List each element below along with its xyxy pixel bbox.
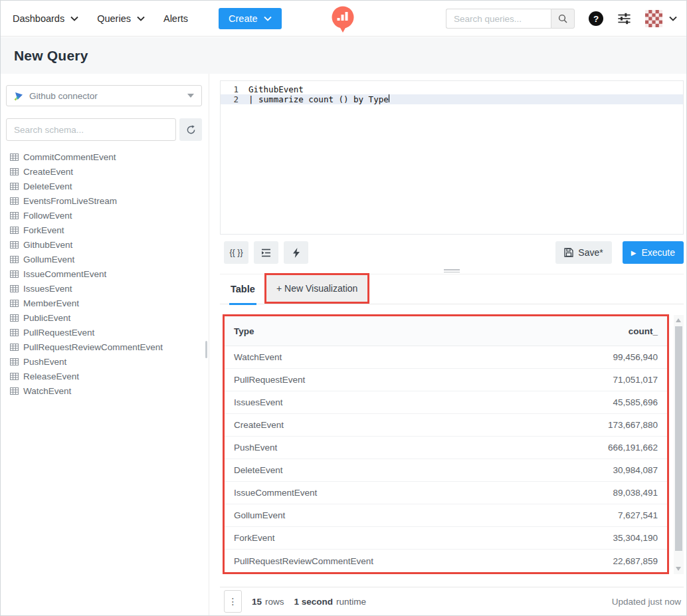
search-schema-input[interactable]: [6, 118, 176, 141]
table-grid-icon: [10, 285, 19, 292]
profile-menu[interactable]: [645, 10, 677, 27]
nav-right-group: ?: [446, 1, 677, 37]
execute-button[interactable]: ▶ Execute: [623, 241, 684, 264]
schema-table-item[interactable]: PullRequestReviewCommentEvent: [1, 340, 209, 354]
table-row: GollumEvent 7,627,541: [225, 504, 667, 527]
schema-browser: Github connector: [1, 74, 209, 615]
refresh-icon: [186, 125, 196, 135]
new-visualization-button[interactable]: + New Visualization: [264, 273, 369, 304]
chevron-down-icon: [70, 16, 78, 21]
search-button[interactable]: [551, 9, 575, 29]
schema-table-item[interactable]: PublicEvent: [1, 310, 209, 325]
schema-table-item[interactable]: IssueCommentEvent: [1, 266, 209, 281]
create-button[interactable]: Create: [219, 8, 282, 29]
schema-table-item[interactable]: FollowEvent: [1, 208, 209, 223]
table-grid-icon: [10, 387, 19, 395]
schema-table-item[interactable]: CreateEvent: [1, 164, 209, 179]
schema-table-name: DeleteEvent: [23, 181, 72, 191]
redash-app-window: Dashboards Queries Alerts Create: [0, 0, 687, 616]
nav-menu: Dashboards Queries Alerts Create: [1, 8, 282, 29]
schema-table-item[interactable]: PushEvent: [1, 354, 209, 369]
query-editor[interactable]: 1 GithubEvent 2 | summarize count () by …: [220, 80, 684, 235]
settings-sliders-icon[interactable]: [617, 12, 631, 25]
avatar: [645, 10, 662, 27]
cell-type: IssueCommentEvent: [234, 488, 317, 498]
schema-table-item[interactable]: IssuesEvent: [1, 281, 209, 296]
runtime: 1 secondruntime: [294, 597, 367, 607]
scroll-down-arrow-icon[interactable]: [676, 567, 681, 571]
schema-table-item[interactable]: CommitCommentEvent: [1, 150, 209, 164]
schema-table-item[interactable]: GollumEvent: [1, 252, 209, 266]
schema-table-item[interactable]: DeleteEvent: [1, 179, 209, 193]
pane-divider: [209, 74, 209, 615]
nav-dashboards-label: Dashboards: [13, 13, 64, 24]
create-button-label: Create: [229, 13, 258, 24]
format-query-icon: [261, 249, 271, 257]
results-footer: ⋮ 15rows 1 secondruntime Updated just no…: [220, 587, 684, 615]
nav-queries[interactable]: Queries: [97, 13, 145, 24]
add-parameter-button[interactable]: {{ }}: [224, 241, 248, 264]
nav-alerts[interactable]: Alerts: [163, 13, 188, 24]
schema-table-name: PullRequestEvent: [23, 328, 94, 338]
table-grid-icon: [10, 197, 19, 205]
schema-table-item[interactable]: ForkEvent: [1, 223, 209, 237]
text-cursor: [389, 94, 390, 102]
nav-dashboards[interactable]: Dashboards: [13, 13, 78, 24]
schema-table-name: PushEvent: [23, 357, 66, 367]
refresh-schema-button[interactable]: [179, 118, 202, 141]
column-header-count[interactable]: count_: [629, 326, 658, 336]
table-row: IssuesEvent 45,585,696: [225, 391, 667, 414]
schema-table-name: GollumEvent: [23, 255, 74, 264]
schema-table-item[interactable]: MemberEvent: [1, 296, 209, 310]
format-query-button[interactable]: [254, 241, 278, 264]
scroll-up-arrow-icon[interactable]: [676, 318, 681, 322]
cell-count: 666,191,662: [608, 443, 658, 453]
save-floppy-icon: [564, 248, 573, 257]
save-button[interactable]: Save*: [555, 241, 611, 264]
code-text: | summarize count () by Type: [248, 94, 389, 104]
column-header-type[interactable]: Type: [234, 326, 254, 336]
pane-resize-handle[interactable]: [444, 268, 460, 274]
table-row: PullRequestReviewCommentEvent 22,687,859: [225, 550, 667, 572]
tab-table[interactable]: Table: [229, 274, 256, 305]
editor-line-active: 2 | summarize count () by Type: [221, 94, 683, 104]
cell-type: PullRequestEvent: [234, 375, 305, 385]
schema-table-name: WatchEvent: [23, 386, 71, 396]
schema-table-name: IssuesEvent: [23, 284, 72, 294]
table-row: PushEvent 666,191,662: [225, 437, 667, 459]
results-menu-button[interactable]: ⋮: [224, 590, 242, 613]
scrollbar-thumb[interactable]: [675, 326, 682, 551]
help-icon[interactable]: ?: [589, 11, 603, 26]
redash-logo[interactable]: [331, 6, 355, 33]
data-source-select[interactable]: Github connector: [6, 85, 202, 106]
cell-count: 7,627,541: [618, 510, 658, 520]
schema-table-item[interactable]: WatchEvent: [1, 383, 209, 398]
table-grid-icon: [10, 241, 19, 249]
table-grid-icon: [10, 154, 19, 161]
new-visualization-label: + New Visualization: [276, 283, 357, 294]
queries-search: [446, 9, 575, 29]
schema-table-item[interactable]: GithubEvent: [1, 237, 209, 252]
schema-table-item[interactable]: ReleaseEvent: [1, 369, 209, 383]
cell-count: 45,585,696: [613, 397, 658, 407]
search-queries-input[interactable]: [446, 9, 551, 29]
schema-table-item[interactable]: EventsFromLiveStream: [1, 193, 209, 208]
pane-divider-handle[interactable]: [205, 341, 207, 358]
schema-table-list: CommitCommentEvent CreateEvent: [1, 150, 209, 398]
cell-count: 35,304,190: [613, 533, 658, 543]
autocomplete-toggle-button[interactable]: [284, 241, 308, 264]
cell-count: 22,687,859: [613, 556, 658, 566]
azure-data-explorer-icon: [14, 91, 24, 101]
visualization-tabs: Table + New Visualization: [220, 274, 684, 304]
help-glyph: ?: [593, 14, 599, 24]
schema-table-item[interactable]: PullRequestEvent: [1, 325, 209, 340]
braces-icon: {{ }}: [229, 248, 243, 257]
table-grid-icon: [10, 168, 19, 175]
table-grid-icon: [10, 183, 19, 190]
code-text: GithubEvent: [248, 84, 304, 94]
select-caret-icon: [187, 94, 194, 98]
table-grid-icon: [10, 212, 19, 219]
top-navbar: Dashboards Queries Alerts Create: [1, 1, 686, 37]
results-scrollbar[interactable]: [674, 315, 684, 574]
table-grid-icon: [10, 300, 19, 307]
